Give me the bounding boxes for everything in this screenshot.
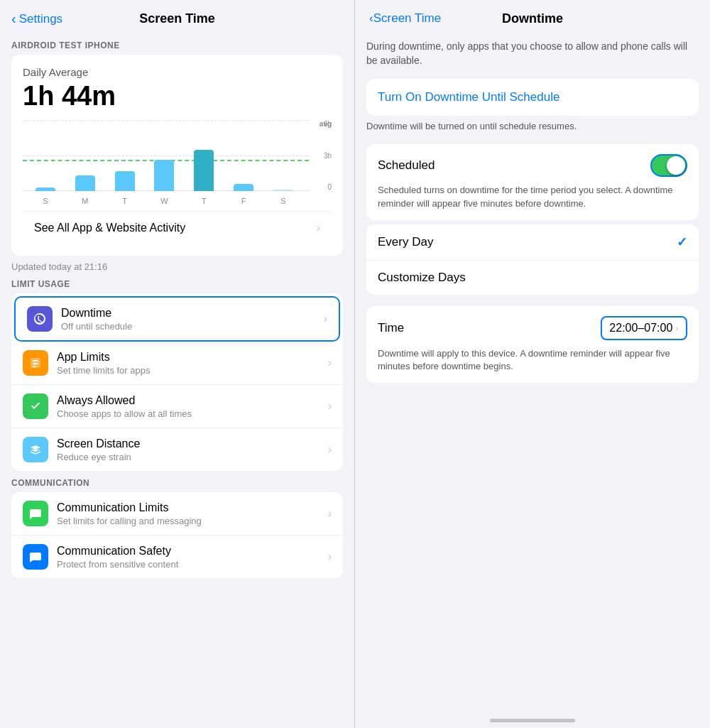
downtime-icon: [27, 306, 53, 332]
screen-distance-text: Screen Distance Reduce eye strain: [57, 438, 328, 462]
turn-on-downtime-button[interactable]: Turn On Downtime Until Schedule: [366, 79, 699, 116]
back-arrow-icon: ‹: [11, 11, 16, 27]
screen-distance-icon: [23, 437, 48, 462]
list-item-screen-distance[interactable]: Screen Distance Reduce eye strain ›: [11, 428, 343, 471]
turn-on-subtext: Downtime will be turned on until schedul…: [366, 120, 699, 133]
app-limits-title: App Limits: [57, 351, 328, 364]
bar-s2: [273, 190, 293, 191]
day-w: W: [154, 197, 174, 205]
list-item-communication-safety[interactable]: Communication Safety Protect from sensit…: [11, 536, 343, 578]
svg-rect-3: [33, 366, 36, 367]
customize-days-label: Customize Days: [378, 271, 466, 285]
daily-avg-label: Daily Average: [23, 66, 332, 78]
right-back-label: Screen Time: [373, 11, 441, 26]
communication-header: COMMUNICATION: [11, 478, 343, 488]
time-value-box[interactable]: 22:00–07:00 ›: [601, 316, 687, 340]
communication-safety-title: Communication Safety: [57, 545, 328, 558]
y-label-3h: 3h: [324, 152, 332, 160]
downtime-text: Downtime Off until schedule: [61, 307, 324, 332]
right-panel: ‹ Screen Time Downtime During downtime, …: [355, 0, 710, 728]
bars-container: [23, 120, 306, 191]
toggle-knob: [667, 156, 685, 175]
communication-list: Communication Limits Set limits for call…: [11, 492, 343, 578]
home-indicator: [490, 719, 575, 722]
right-nav-title: Downtime: [502, 11, 563, 26]
see-all-chevron-icon: ›: [317, 222, 320, 234]
bar-day-labels: S M T W T F S: [23, 197, 306, 205]
screen-distance-subtitle: Reduce eye strain: [57, 452, 328, 462]
bar-col-t1: [115, 171, 135, 191]
see-all-row[interactable]: See All App & Website Activity ›: [23, 211, 332, 244]
svg-rect-2: [33, 363, 38, 364]
right-content: During downtime, only apps that you choo…: [355, 40, 710, 383]
day-s2: S: [273, 197, 293, 205]
scheduled-row: Scheduled: [378, 154, 687, 177]
app-limits-subtitle: Set time limits for apps: [57, 365, 328, 376]
schedule-options-card: Every Day ✓ Customize Days: [366, 224, 699, 295]
bar-col-f: [234, 184, 253, 191]
daily-average-card: Daily Average 1h 44m 6h avg 3h 0: [11, 55, 343, 256]
every-day-label: Every Day: [378, 235, 433, 249]
bar-s1: [36, 188, 55, 191]
time-card: Time 22:00–07:00 › Downtime will apply t…: [366, 306, 699, 383]
downtime-chevron-icon: ›: [324, 313, 327, 325]
scheduled-desc: Scheduled turns on downtime for the time…: [378, 184, 687, 210]
list-item-communication-limits[interactable]: Communication Limits Set limits for call…: [11, 492, 343, 536]
bar-m: [75, 175, 95, 191]
daily-avg-time: 1h 44m: [23, 81, 332, 112]
limit-usage-header: LIMIT USAGE: [11, 279, 343, 289]
bar-col-w: [154, 160, 174, 191]
app-limits-icon: [23, 350, 48, 376]
downtime-title: Downtime: [61, 307, 324, 320]
time-chevron-icon: ›: [675, 322, 679, 334]
day-s1: S: [36, 197, 55, 205]
communication-safety-icon: [23, 544, 48, 570]
list-item-app-limits[interactable]: App Limits Set time limits for apps ›: [11, 342, 343, 385]
screen-time-back-button[interactable]: ‹ Screen Time: [369, 11, 441, 26]
scheduled-label: Scheduled: [378, 158, 435, 173]
list-item-downtime[interactable]: Downtime Off until schedule ›: [14, 296, 340, 342]
time-row: Time 22:00–07:00 ›: [378, 316, 687, 340]
app-limits-chevron-icon: ›: [328, 357, 332, 369]
communication-limits-icon: [23, 501, 48, 526]
screen-distance-chevron-icon: ›: [328, 443, 332, 456]
bar-t1: [115, 171, 135, 191]
bar-col-s1: [36, 188, 55, 191]
time-value: 22:00–07:00: [609, 322, 672, 335]
always-allowed-chevron-icon: ›: [328, 400, 332, 413]
screen-distance-title: Screen Distance: [57, 438, 328, 450]
list-item-always-allowed[interactable]: Always Allowed Choose apps to allow at a…: [11, 385, 343, 428]
bar-col-t2: [194, 150, 214, 191]
scheduled-toggle[interactable]: [650, 154, 687, 177]
communication-limits-subtitle: Set limits for calling and messaging: [57, 516, 328, 526]
bar-t2: [194, 150, 214, 191]
y-label-avg: avg: [320, 120, 332, 128]
right-nav-bar: ‹ Screen Time Downtime: [355, 0, 710, 33]
day-t1: T: [115, 197, 135, 205]
updated-text: Updated today at 21:16: [11, 261, 343, 272]
see-all-text: See All App & Website Activity: [34, 222, 185, 234]
downtime-subtitle: Off until schedule: [61, 321, 324, 332]
always-allowed-text: Always Allowed Choose apps to allow at a…: [57, 394, 328, 419]
every-day-checkmark-icon: ✓: [677, 234, 687, 250]
time-desc: Downtime will apply to this device. A do…: [378, 347, 687, 373]
downtime-info-text: During downtime, only apps that you choo…: [366, 40, 699, 67]
bar-w: [154, 160, 174, 191]
option-every-day[interactable]: Every Day ✓: [366, 224, 699, 261]
y-label-0: 0: [327, 183, 332, 191]
limit-usage-list: Downtime Off until schedule › App Limits…: [11, 293, 343, 471]
left-panel: ‹ Settings Screen Time AIRDROID TEST IPH…: [0, 0, 355, 728]
bar-f: [234, 184, 253, 191]
bar-col-m: [75, 175, 95, 191]
scheduled-card: Scheduled Scheduled turns on downtime fo…: [366, 144, 699, 219]
always-allowed-icon: [23, 393, 48, 419]
communication-limits-title: Communication Limits: [57, 501, 328, 514]
always-allowed-subtitle: Choose apps to allow at all times: [57, 408, 328, 419]
option-customize-days[interactable]: Customize Days: [366, 261, 699, 295]
device-name: AIRDROID TEST IPHONE: [11, 40, 343, 50]
bar-col-s2: [273, 190, 293, 191]
communication-safety-chevron-icon: ›: [328, 550, 332, 563]
usage-bar-chart: 6h avg 3h 0: [23, 120, 332, 205]
settings-back-button[interactable]: ‹ Settings: [11, 11, 62, 27]
back-label: Settings: [19, 12, 62, 26]
